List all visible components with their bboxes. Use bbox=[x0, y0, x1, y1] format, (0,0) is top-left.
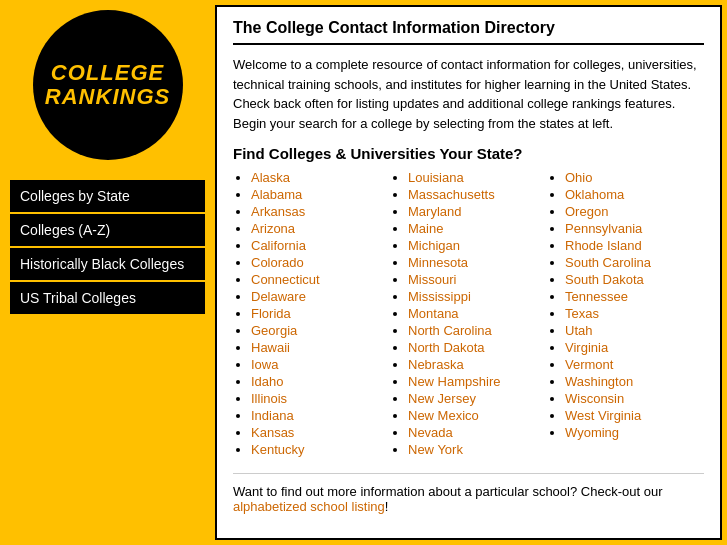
state-link-oklahoma[interactable]: Oklahoma bbox=[565, 187, 624, 202]
list-item: Florida bbox=[251, 306, 385, 321]
list-item: Wyoming bbox=[565, 425, 699, 440]
state-link-south-dakota[interactable]: South Dakota bbox=[565, 272, 644, 287]
state-link-new-york[interactable]: New York bbox=[408, 442, 463, 457]
list-item: Ohio bbox=[565, 170, 699, 185]
list-item: North Dakota bbox=[408, 340, 542, 355]
list-item: Wisconsin bbox=[565, 391, 699, 406]
list-item: Washington bbox=[565, 374, 699, 389]
nav-item-colleges-by-state[interactable]: Colleges by State bbox=[10, 180, 205, 212]
list-item: New Mexico bbox=[408, 408, 542, 423]
logo-line2: RANKINGS bbox=[45, 84, 170, 109]
state-link-west-virginia[interactable]: West Virginia bbox=[565, 408, 641, 423]
state-link-pennsylvania[interactable]: Pennsylvania bbox=[565, 221, 642, 236]
footer-text: Want to find out more information about … bbox=[233, 473, 704, 514]
state-link-nebraska[interactable]: Nebraska bbox=[408, 357, 464, 372]
state-link-south-carolina[interactable]: South Carolina bbox=[565, 255, 651, 270]
state-link-indiana[interactable]: Indiana bbox=[251, 408, 294, 423]
state-link-minnesota[interactable]: Minnesota bbox=[408, 255, 468, 270]
list-item: Pennsylvania bbox=[565, 221, 699, 236]
state-link-louisiana[interactable]: Louisiana bbox=[408, 170, 464, 185]
list-item: Indiana bbox=[251, 408, 385, 423]
state-link-kansas[interactable]: Kansas bbox=[251, 425, 294, 440]
list-item: Arkansas bbox=[251, 204, 385, 219]
state-link-kentucky[interactable]: Kentucky bbox=[251, 442, 304, 457]
state-link-illinois[interactable]: Illinois bbox=[251, 391, 287, 406]
list-item: South Carolina bbox=[565, 255, 699, 270]
state-link-new-jersey[interactable]: New Jersey bbox=[408, 391, 476, 406]
list-item: Iowa bbox=[251, 357, 385, 372]
state-link-missouri[interactable]: Missouri bbox=[408, 272, 456, 287]
footer-prefix: Want to find out more information about … bbox=[233, 484, 662, 499]
state-link-oregon[interactable]: Oregon bbox=[565, 204, 608, 219]
state-link-hawaii[interactable]: Hawaii bbox=[251, 340, 290, 355]
list-item: New York bbox=[408, 442, 542, 457]
list-item: Vermont bbox=[565, 357, 699, 372]
states-column-2: OhioOklahomaOregonPennsylvaniaRhode Isla… bbox=[547, 170, 704, 459]
main-title: The College Contact Information Director… bbox=[233, 19, 704, 45]
list-item: Oregon bbox=[565, 204, 699, 219]
sidebar: COLLEGE RANKINGS Colleges by StateColleg… bbox=[0, 0, 215, 545]
state-link-nevada[interactable]: Nevada bbox=[408, 425, 453, 440]
state-link-vermont[interactable]: Vermont bbox=[565, 357, 613, 372]
intro-text: Welcome to a complete resource of contac… bbox=[233, 55, 704, 133]
state-link-florida[interactable]: Florida bbox=[251, 306, 291, 321]
list-item: Oklahoma bbox=[565, 187, 699, 202]
list-item: Minnesota bbox=[408, 255, 542, 270]
state-link-georgia[interactable]: Georgia bbox=[251, 323, 297, 338]
state-link-idaho[interactable]: Idaho bbox=[251, 374, 284, 389]
state-link-alaska[interactable]: Alaska bbox=[251, 170, 290, 185]
state-link-virginia[interactable]: Virginia bbox=[565, 340, 608, 355]
state-link-wyoming[interactable]: Wyoming bbox=[565, 425, 619, 440]
state-link-connecticut[interactable]: Connecticut bbox=[251, 272, 320, 287]
state-link-new-mexico[interactable]: New Mexico bbox=[408, 408, 479, 423]
state-link-ohio[interactable]: Ohio bbox=[565, 170, 592, 185]
list-item: Georgia bbox=[251, 323, 385, 338]
nav-item-colleges-a-z[interactable]: Colleges (A-Z) bbox=[10, 214, 205, 246]
state-link-rhode-island[interactable]: Rhode Island bbox=[565, 238, 642, 253]
list-item: Alaska bbox=[251, 170, 385, 185]
state-link-tennessee[interactable]: Tennessee bbox=[565, 289, 628, 304]
list-item: Arizona bbox=[251, 221, 385, 236]
list-item: North Carolina bbox=[408, 323, 542, 338]
state-link-iowa[interactable]: Iowa bbox=[251, 357, 278, 372]
alphabetized-link[interactable]: alphabetized school listing bbox=[233, 499, 385, 514]
state-link-utah[interactable]: Utah bbox=[565, 323, 592, 338]
state-link-alabama[interactable]: Alabama bbox=[251, 187, 302, 202]
list-item: Alabama bbox=[251, 187, 385, 202]
state-link-texas[interactable]: Texas bbox=[565, 306, 599, 321]
state-link-washington[interactable]: Washington bbox=[565, 374, 633, 389]
state-link-california[interactable]: California bbox=[251, 238, 306, 253]
state-link-maryland[interactable]: Maryland bbox=[408, 204, 461, 219]
logo-line1: COLLEGE bbox=[51, 60, 164, 85]
state-link-massachusetts[interactable]: Massachusetts bbox=[408, 187, 495, 202]
state-link-michigan[interactable]: Michigan bbox=[408, 238, 460, 253]
list-item: Mississippi bbox=[408, 289, 542, 304]
list-item: Texas bbox=[565, 306, 699, 321]
list-item: Illinois bbox=[251, 391, 385, 406]
nav-item-historically-black[interactable]: Historically Black Colleges bbox=[10, 248, 205, 280]
list-item: Utah bbox=[565, 323, 699, 338]
state-link-delaware[interactable]: Delaware bbox=[251, 289, 306, 304]
states-column-1: LouisianaMassachusettsMarylandMaineMichi… bbox=[390, 170, 547, 459]
state-link-colorado[interactable]: Colorado bbox=[251, 255, 304, 270]
state-link-maine[interactable]: Maine bbox=[408, 221, 443, 236]
nav-item-us-tribal[interactable]: US Tribal Colleges bbox=[10, 282, 205, 314]
state-link-new-hampshire[interactable]: New Hampshire bbox=[408, 374, 500, 389]
state-link-arizona[interactable]: Arizona bbox=[251, 221, 295, 236]
state-link-north-dakota[interactable]: North Dakota bbox=[408, 340, 485, 355]
state-link-wisconsin[interactable]: Wisconsin bbox=[565, 391, 624, 406]
list-item: Tennessee bbox=[565, 289, 699, 304]
main-content: The College Contact Information Director… bbox=[215, 5, 722, 540]
list-item: Montana bbox=[408, 306, 542, 321]
list-item: New Jersey bbox=[408, 391, 542, 406]
list-item: Kansas bbox=[251, 425, 385, 440]
state-link-arkansas[interactable]: Arkansas bbox=[251, 204, 305, 219]
states-column-0: AlaskaAlabamaArkansasArizonaCaliforniaCo… bbox=[233, 170, 390, 459]
state-link-north-carolina[interactable]: North Carolina bbox=[408, 323, 492, 338]
list-item: Nevada bbox=[408, 425, 542, 440]
state-link-mississippi[interactable]: Mississippi bbox=[408, 289, 471, 304]
state-link-montana[interactable]: Montana bbox=[408, 306, 459, 321]
list-item: South Dakota bbox=[565, 272, 699, 287]
list-item: New Hampshire bbox=[408, 374, 542, 389]
list-item: Nebraska bbox=[408, 357, 542, 372]
